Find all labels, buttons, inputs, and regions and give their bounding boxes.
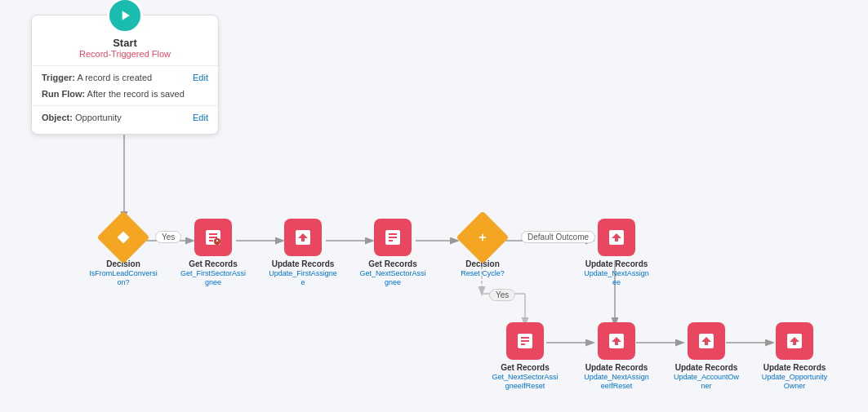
node-get3[interactable]: Get Records Get_NextSectorAssigneeIfRese… xyxy=(490,322,560,391)
get1-shape xyxy=(194,219,232,256)
node-update3[interactable]: Update Records Update_NextAssigneeIfRese… xyxy=(580,322,653,391)
node-update1[interactable]: Update Records Update_FirstAssignee xyxy=(268,219,338,287)
object-edit-link[interactable]: Edit xyxy=(193,113,208,122)
update2-sublabel: Update_NextAssignee xyxy=(584,269,649,287)
update4-label: Update Records xyxy=(675,363,738,373)
node-update5[interactable]: Update Records Update_OpportunityOwner xyxy=(758,322,831,391)
decision1-sublabel: IsFromLeadConversion? xyxy=(89,269,158,287)
start-icon xyxy=(107,0,143,33)
get2-label: Get Records xyxy=(368,259,416,269)
start-object-info: Object: Opportunity Edit xyxy=(32,109,218,126)
decision2-shape xyxy=(456,210,509,264)
update1-sublabel: Update_FirstAssignee xyxy=(269,269,337,287)
update4-sublabel: Update_AccountOwner xyxy=(674,373,739,391)
update5-label: Update Records xyxy=(763,363,826,373)
update1-shape xyxy=(284,219,322,256)
update3-label: Update Records xyxy=(585,363,648,373)
start-subtitle: Record-Triggered Flow xyxy=(32,49,218,59)
update1-label: Update Records xyxy=(272,259,335,269)
update2-shape xyxy=(598,219,635,256)
connector-label-yes2: Yes xyxy=(489,289,515,301)
start-runflow-info: Run Flow: After the record is saved xyxy=(32,86,218,102)
update5-shape xyxy=(776,322,813,360)
decision2-sublabel: Reset Cycle? xyxy=(461,269,505,278)
get3-sublabel: Get_NextSectorAssigneeIfReset xyxy=(492,373,558,391)
update3-shape xyxy=(598,322,635,360)
decision1-shape xyxy=(96,210,149,264)
get1-label: Get Records xyxy=(189,259,237,269)
get2-shape xyxy=(374,219,412,256)
update2-label: Update Records xyxy=(585,259,648,269)
node-decision1[interactable]: Decision IsFromLeadConversion? xyxy=(88,219,158,287)
node-get1[interactable]: Get Records Get_FirstSectorAssignee xyxy=(178,219,248,287)
flow-canvas: Yes Default Outcome Yes Start Record-Tri… xyxy=(0,0,868,412)
node-update4[interactable]: Update Records Update_AccountOwner xyxy=(670,322,743,391)
start-title: Start xyxy=(32,37,218,49)
get3-shape xyxy=(506,322,544,360)
get1-sublabel: Get_FirstSectorAssignee xyxy=(180,269,246,287)
get3-label: Get Records xyxy=(501,363,549,373)
node-decision2[interactable]: Decision Reset Cycle? xyxy=(447,219,518,278)
start-card: Start Record-Triggered Flow Trigger: A r… xyxy=(31,15,219,135)
trigger-edit-link[interactable]: Edit xyxy=(193,73,208,82)
node-get2[interactable]: Get Records Get_NextSectorAssignee xyxy=(358,219,428,287)
start-trigger-info: Trigger: A record is created Edit xyxy=(32,69,218,86)
update5-sublabel: Update_OpportunityOwner xyxy=(762,373,828,391)
node-update2[interactable]: Update Records Update_NextAssignee xyxy=(580,219,653,287)
update3-sublabel: Update_NextAssigneeIfReset xyxy=(584,373,649,391)
update4-shape xyxy=(688,322,725,360)
get2-sublabel: Get_NextSectorAssignee xyxy=(359,269,425,287)
